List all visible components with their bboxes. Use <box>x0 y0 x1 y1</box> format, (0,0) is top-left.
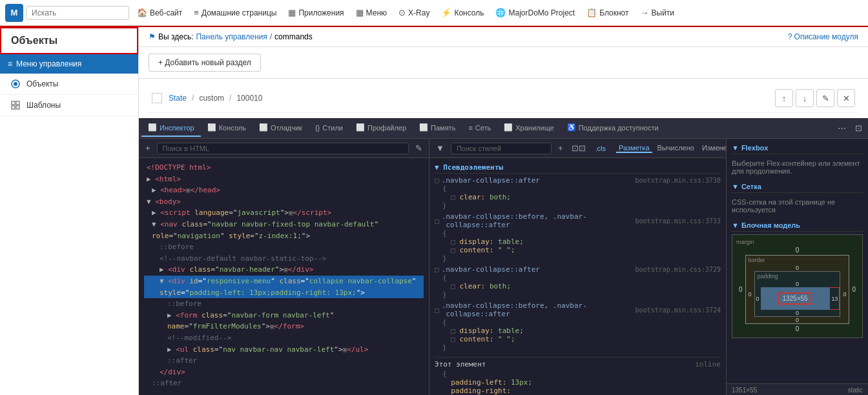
border-label: border <box>746 256 849 265</box>
search-input[interactable] <box>26 6 129 20</box>
menu-icon: ▦ <box>356 8 364 17</box>
nav-item-xray[interactable]: ⊙ X-Ray <box>393 5 435 20</box>
tab-debugger[interactable]: ⬜ Отладчик <box>253 119 309 137</box>
html-edit-button[interactable]: ✎ <box>413 142 425 154</box>
css-filter-button[interactable]: ▼ <box>433 142 447 154</box>
html-line-after1[interactable]: ::after <box>144 355 424 367</box>
css-selector-4[interactable]: □ .navbar-collapse::before, .navbar- col… <box>435 301 721 318</box>
block-model-title[interactable]: ▼ Блочная модель <box>732 221 863 232</box>
html-panel: + ✎ <!DOCTYPE html> ▶ <html> ▶ <head>▣</… <box>139 139 429 395</box>
sidebar-item-objects[interactable]: Объекты <box>0 74 138 95</box>
margin-bottom-value: 0 <box>736 324 858 334</box>
html-line-comment2[interactable]: <!--navbar-default navbar-static-top--> <box>144 253 424 265</box>
nav-item-console[interactable]: ⚡ Консоль <box>436 5 489 20</box>
tab-profiler[interactable]: ⬜ Профайлер <box>349 119 413 137</box>
inspector-tab-icon: ⬜ <box>148 123 157 132</box>
nav-item-apps[interactable]: ▦ Приложения <box>283 5 349 20</box>
devtools-body: + ✎ <!DOCTYPE html> ▶ <html> ▶ <head>▣</… <box>139 139 868 395</box>
help-icon: ? <box>788 32 792 41</box>
grid-title[interactable]: ▼ Сетка <box>732 183 863 193</box>
css-responsive-button[interactable]: ⊡⊡ <box>569 142 588 154</box>
grid-body: CSS-сетка на этой странице не использует… <box>732 196 863 216</box>
styles-tab-icon: {} <box>315 124 320 132</box>
css-this-element-section: Этот элемент inline { padding-left: 13px… <box>435 357 721 395</box>
tab-styles[interactable]: {} Стили <box>309 120 349 137</box>
row-actions: ↑ ↓ ✎ ✕ <box>775 89 855 107</box>
html-line-before2[interactable]: ::before <box>144 298 424 310</box>
move-down-button[interactable]: ↓ <box>796 89 814 107</box>
nav-item-notepad[interactable]: 📋 Блокнот <box>581 5 634 20</box>
move-up-button[interactable]: ↑ <box>775 89 793 107</box>
html-line-body[interactable]: ▼ <body> <box>144 196 424 208</box>
html-line-navbar-header[interactable]: ▶ <div class="navbar-header">▣</div> <box>144 264 424 276</box>
border-right-value: 0 <box>840 271 849 317</box>
html-line-doctype[interactable]: <!DOCTYPE html> <box>144 162 424 174</box>
css-tab-layout[interactable]: Разметка <box>616 144 652 153</box>
nav-item-logout[interactable]: → Выйти <box>636 5 680 20</box>
breadcrumb-sep1: / <box>270 32 272 41</box>
css-cls-button[interactable]: .cls <box>592 143 608 154</box>
html-line-head[interactable]: ▶ <head>▣</head> <box>144 185 424 196</box>
svg-rect-2 <box>12 101 15 105</box>
css-selector-1[interactable]: □ .navbar-collapse::after bootstrap.min.… <box>435 176 721 185</box>
tab-storage[interactable]: ⬜ Хранилище <box>497 119 560 137</box>
tab-memory[interactable]: ⬜ Память <box>413 119 462 137</box>
accessibility-tab-icon: ♿ <box>567 123 576 132</box>
devtools-resize-button[interactable]: ⊡ <box>852 121 865 135</box>
html-line-close-div[interactable]: </div> <box>144 367 424 378</box>
add-section-button[interactable]: + Добавить новый раздел <box>149 54 261 72</box>
state-label[interactable]: State <box>169 94 187 103</box>
css-selector-2[interactable]: □ .navbar-collapse::before, .navbar- col… <box>435 212 721 229</box>
tab-accessibility[interactable]: ♿ Поддержка доступности <box>561 119 665 137</box>
devtools-extra-button[interactable]: ⋯ <box>834 121 849 135</box>
css-rule-props-2: { □ display: table; □ content: " "; } <box>435 229 721 263</box>
css-add-button[interactable]: + <box>555 142 566 154</box>
html-line-after2[interactable]: ::after <box>144 378 424 389</box>
html-line-responsive-menu[interactable]: ▼ <div id="responsive-menu" class="colla… <box>144 276 424 298</box>
html-line-ul[interactable]: ▶ <ul class="nav navbar-nav navbar-left"… <box>144 344 424 356</box>
help-link[interactable]: ? Описание модуля <box>788 32 858 41</box>
html-line-script[interactable]: ▶ <script language="javascript">▣</scrip… <box>144 207 424 219</box>
flexbox-body: Выберите Flex-контейнер или элемент для … <box>732 157 863 177</box>
tab-network[interactable]: ≡ Сеть <box>462 120 497 137</box>
css-search-input[interactable] <box>451 143 552 154</box>
html-line-before1[interactable]: ::before <box>144 241 424 253</box>
flexbox-title[interactable]: ▼ Flexbox <box>732 144 863 154</box>
border-box: border 0 0 padding 0 <box>745 255 850 324</box>
sidebar-item-templates[interactable]: Шаблоны <box>0 95 138 116</box>
html-line-form[interactable]: ▶ <form class="navbar-form navbar-left" … <box>144 310 424 332</box>
css-rule-1: □ .navbar-collapse::after bootstrap.min.… <box>435 176 721 210</box>
delete-button[interactable]: ✕ <box>837 89 855 107</box>
css-panel: ▼ + ⊡⊡ .cls Разметка Вычислено Изменения… <box>429 139 727 395</box>
html-search-input[interactable] <box>157 143 409 154</box>
grid-chevron-icon: ▼ <box>732 183 739 190</box>
css-tab-computed[interactable]: Вычислено <box>655 144 697 153</box>
html-add-button[interactable]: + <box>143 142 153 154</box>
breadcrumb-panel-link[interactable]: Панель управления <box>196 32 267 41</box>
tab-console[interactable]: ⬜ Консоль <box>201 119 253 137</box>
row-checkbox[interactable] <box>152 93 162 103</box>
xray-icon: ⊙ <box>398 8 406 17</box>
html-line-nav[interactable]: ▼ <nav class="navbar navbar-fixed-top na… <box>144 219 424 241</box>
sidebar-header[interactable]: Объекты <box>0 27 138 54</box>
nav-item-majorproject[interactable]: 🌐 MajorDoMo Project <box>490 5 580 20</box>
breadcrumb-bar: ⚑ Вы здесь: Панель управления / commands… <box>139 27 868 47</box>
border-left-value: 0 <box>746 271 754 317</box>
custom-text: custom <box>199 94 224 103</box>
css-tab-changes[interactable]: Изменения <box>699 144 727 153</box>
html-line-html[interactable]: ▶ <html> <box>144 174 424 185</box>
html-content[interactable]: <!DOCTYPE html> ▶ <html> ▶ <head>▣</head… <box>139 158 429 395</box>
objects-icon <box>10 78 21 90</box>
sidebar-menu-header[interactable]: ≡ Меню управления <box>0 54 138 74</box>
logo: M <box>5 4 23 22</box>
nav-item-website[interactable]: 🏠 Веб-сайт <box>132 5 187 20</box>
css-selector-3[interactable]: □ .navbar-collapse::after bootstrap.min.… <box>435 265 721 274</box>
margin-top-value: 0 <box>736 245 858 255</box>
html-line-comment3[interactable]: <!--modified--> <box>144 332 424 344</box>
css-content[interactable]: ▼ Псевдоэлементы □ .navbar-collapse::aft… <box>429 158 726 395</box>
nav-item-home-pages[interactable]: ≡ Домашние страницы <box>189 5 282 20</box>
nav-item-menu[interactable]: ▦ Меню <box>351 5 392 20</box>
edit-button[interactable]: ✎ <box>816 89 834 107</box>
breadcrumb-current: commands <box>274 32 313 41</box>
tab-inspector[interactable]: ⬜ Инспектор <box>141 119 201 137</box>
